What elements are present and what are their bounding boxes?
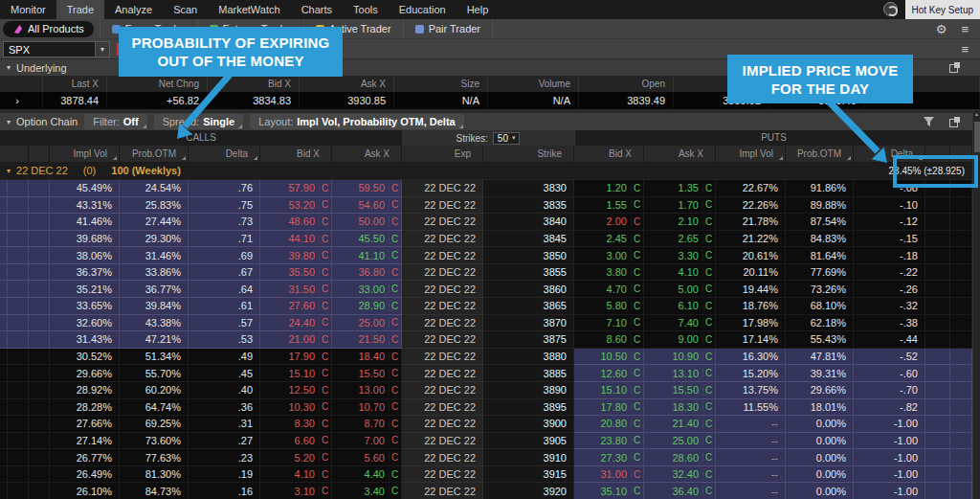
put-ask-cell[interactable]: 1.35C [644, 180, 716, 197]
put-bid-cell[interactable]: 5.80C [574, 298, 644, 315]
put-bid-cell[interactable]: 15.10C [574, 382, 644, 399]
scroll-up-icon[interactable]: ▴ [973, 110, 980, 119]
menu-item-scan[interactable]: Scan [163, 0, 208, 19]
call-bid-cell[interactable]: 6.60C [260, 433, 332, 450]
col-header-putBid[interactable]: Bid X [574, 146, 644, 162]
option-row-3905[interactable]: 27.14%73.60%.276.60C7.00C22 DEC 22390523… [0, 433, 972, 450]
put-bid-cell[interactable]: 7.10C [574, 315, 644, 332]
option-row-3855[interactable]: 36.37%33.86%.6735.50C36.80C22 DEC 223855… [0, 264, 972, 282]
call-ask-cell[interactable]: 7.00C [332, 433, 402, 450]
menu-list-icon[interactable]: ≡ [961, 23, 969, 35]
all-products-button[interactable]: All Products [3, 21, 94, 37]
col-header-callProb[interactable]: Prob.OTM [120, 146, 189, 162]
scrollbar-thumb[interactable] [974, 122, 980, 152]
put-ask-cell[interactable]: 21.40C [644, 416, 716, 433]
call-ask-cell[interactable]: 13.00C [332, 382, 402, 399]
option-row-3830[interactable]: 45.49%24.54%.7657.90C59.50C22 DEC 223830… [0, 180, 972, 197]
call-ask-cell[interactable]: 54.60C [332, 197, 402, 215]
option-row-3895[interactable]: 28.28%64.74%.3610.30C10.70C22 DEC 223895… [0, 399, 972, 417]
put-bid-cell[interactable]: 2.00C [574, 214, 644, 231]
call-bid-cell[interactable]: 35.50C [260, 264, 332, 282]
put-bid-cell[interactable]: 20.80C [574, 416, 644, 433]
put-bid-cell[interactable]: 3.00C [574, 247, 644, 264]
put-bid-cell[interactable]: 8.60C [574, 331, 644, 349]
option-row-3920[interactable]: 26.10%84.73%.163.10C3.40C22 DEC 22392035… [0, 483, 972, 499]
call-ask-cell[interactable]: 41.10C [332, 247, 402, 264]
call-ask-cell[interactable]: 50.00C [332, 214, 402, 231]
put-bid-cell[interactable]: 23.80C [574, 433, 644, 450]
call-ask-cell[interactable]: 3.40C [332, 483, 402, 499]
call-ask-cell[interactable]: 21.50C [332, 331, 402, 349]
expiration-group-row[interactable]: ▾ 22 DEC 22 (0) 100 (Weeklys) 23.45% (±2… [0, 162, 972, 180]
option-row-3865[interactable]: 33.65%39.84%.6127.60C28.90C22 DEC 223865… [0, 298, 972, 315]
call-ask-cell[interactable]: 18.40C [332, 349, 402, 366]
call-bid-cell[interactable]: 12.50C [260, 382, 332, 399]
option-row-3840[interactable]: 41.46%27.44%.7348.60C50.00C22 DEC 223840… [0, 214, 972, 231]
call-bid-cell[interactable]: 39.80C [260, 247, 332, 264]
put-ask-cell[interactable]: 18.30C [644, 399, 716, 417]
col-header-strike[interactable]: Strike [483, 146, 574, 162]
call-ask-cell[interactable]: 59.50C [332, 180, 402, 197]
call-bid-cell[interactable]: 15.10C [260, 365, 332, 382]
gear-icon[interactable]: ⚙ [936, 23, 947, 35]
put-ask-cell[interactable]: 1.70C [644, 197, 716, 215]
call-bid-cell[interactable]: 21.00C [260, 331, 332, 349]
put-ask-cell[interactable]: 7.40C [644, 315, 716, 332]
menu-item-marketwatch[interactable]: MarketWatch [208, 0, 290, 19]
col-header-putIV[interactable]: Impl Vol [716, 146, 786, 162]
put-ask-cell[interactable]: 28.60C [644, 449, 716, 466]
put-bid-cell[interactable]: 1.55C [574, 197, 644, 215]
popout-icon[interactable] [949, 117, 960, 127]
option-row-3870[interactable]: 32.60%43.38%.5724.40C25.00C22 DEC 223870… [0, 315, 972, 332]
call-bid-cell[interactable]: 48.60C [260, 214, 332, 231]
call-bid-cell[interactable]: 17.90C [260, 349, 332, 366]
put-ask-cell[interactable]: 32.40C [644, 466, 716, 484]
toolbar-tab-pair-trader[interactable]: Pair Trader [404, 19, 493, 38]
underlying-expander[interactable]: › [0, 92, 43, 109]
strikes-dropdown[interactable]: 50 ▾ [493, 132, 521, 145]
put-ask-cell[interactable]: 2.10C [644, 214, 716, 231]
put-ask-cell[interactable]: 3.30C [644, 247, 716, 264]
call-ask-cell[interactable]: 45.50C [332, 231, 402, 248]
put-ask-cell[interactable]: 9.00C [644, 331, 716, 349]
chevron-down-icon[interactable]: ▾ [7, 118, 11, 126]
col-header-putAsk[interactable]: Ask X [644, 146, 716, 162]
put-bid-cell[interactable]: 27.30C [574, 449, 644, 466]
call-ask-cell[interactable]: 15.50C [332, 365, 402, 382]
call-bid-cell[interactable]: 3.10C [260, 483, 332, 499]
call-bid-cell[interactable]: 4.10C [260, 466, 332, 484]
col-header-callAsk[interactable]: Ask X [332, 146, 402, 162]
call-ask-cell[interactable]: 33.00C [332, 281, 402, 298]
put-ask-cell[interactable]: 25.00C [644, 433, 716, 450]
put-bid-cell[interactable]: 31.00C [574, 466, 644, 484]
call-bid-cell[interactable]: 10.30C [260, 399, 332, 417]
option-row-3900[interactable]: 27.66%69.25%.318.30C8.70C22 DEC 22390020… [0, 416, 972, 433]
menu-item-help[interactable]: Help [457, 0, 500, 19]
popout-icon[interactable] [949, 62, 960, 73]
option-row-3835[interactable]: 43.31%25.83%.7553.20C54.60C22 DEC 223835… [0, 197, 972, 215]
put-ask-cell[interactable]: 6.10C [644, 298, 716, 315]
call-bid-cell[interactable]: 57.90C [260, 180, 332, 197]
menu-item-monitor[interactable]: Monitor [0, 0, 56, 19]
option-row-3910[interactable]: 26.77%77.63%.235.20C5.60C22 DEC 22391027… [0, 449, 972, 466]
put-ask-cell[interactable]: 13.10C [644, 365, 716, 382]
option-row-3875[interactable]: 31.43%47.21%.5321.00C21.50C22 DEC 223875… [0, 331, 972, 349]
put-ask-cell[interactable]: 15.50C [644, 382, 716, 399]
chevron-down-icon[interactable]: ▾ [7, 63, 11, 72]
put-ask-cell[interactable]: 4.10C [644, 264, 716, 282]
col-header-callBid[interactable]: Bid X [260, 146, 332, 162]
call-bid-cell[interactable]: 24.40C [260, 315, 332, 332]
call-ask-cell[interactable]: 36.80C [332, 264, 402, 282]
spread-dropdown[interactable]: Spread: Single [154, 114, 244, 129]
call-bid-cell[interactable]: 53.20C [260, 197, 332, 215]
put-ask-cell[interactable]: 10.90C [644, 349, 716, 366]
put-ask-cell[interactable]: 2.65C [644, 231, 716, 248]
put-bid-cell[interactable]: 10.50C [574, 349, 644, 366]
option-row-3890[interactable]: 28.92%60.20%.4012.50C13.00C22 DEC 223890… [0, 382, 972, 399]
option-chain-section-bar[interactable]: ▾ Option Chain Filter: Off Spread: Singl… [0, 111, 980, 130]
option-row-3850[interactable]: 38.06%31.46%.6939.80C41.10C22 DEC 223850… [0, 247, 972, 264]
option-row-3845[interactable]: 39.68%29.30%.7144.10C45.50C22 DEC 223845… [0, 231, 972, 248]
menu-item-charts[interactable]: Charts [291, 0, 343, 19]
option-row-3860[interactable]: 35.21%36.77%.6431.50C33.00C22 DEC 223860… [0, 281, 972, 298]
put-ask-cell[interactable]: 5.00C [644, 281, 716, 298]
